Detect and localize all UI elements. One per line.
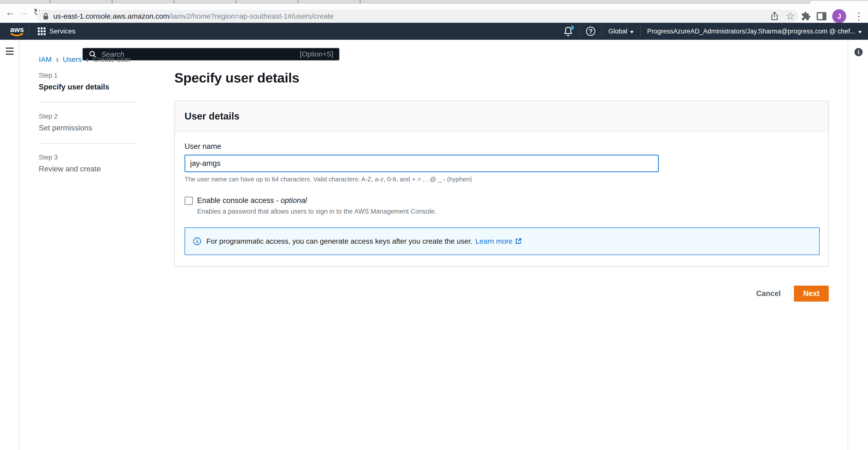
divider	[39, 102, 135, 103]
services-label: Services	[50, 27, 75, 35]
active-tab-edge	[810, 1, 868, 4]
notification-dot	[570, 25, 574, 30]
card-header-title: User details	[185, 111, 818, 122]
url-text[interactable]: us-east-1.console.aws.amazon.com/iamv2/h…	[53, 12, 334, 20]
lock-icon	[42, 12, 50, 20]
browser-toolbar: ← → ↻ us-east-1.console.aws.amazon.com/i…	[0, 4, 868, 20]
bookmark-star-icon[interactable]: ☆	[786, 11, 795, 21]
aws-logo[interactable]: aws	[9, 25, 24, 38]
username-help-text: The user name can have up to 64 characte…	[185, 175, 818, 183]
info-alert-text: For programmatic access, you can generat…	[206, 237, 472, 245]
step-3-label: Step 3	[39, 154, 135, 161]
tab-separator	[236, 0, 237, 3]
page-title: Specify user details	[175, 70, 829, 86]
services-grid-icon	[38, 27, 45, 35]
nav-divider	[579, 26, 580, 37]
tab-separator	[112, 0, 113, 3]
browser-menu-icon[interactable]: ⋮	[852, 11, 866, 21]
card-header: User details	[175, 101, 828, 132]
breadcrumb-iam[interactable]: IAM	[39, 55, 52, 63]
right-info-strip: i	[848, 40, 868, 450]
region-label: Global	[609, 28, 627, 35]
url-domain: us-east-1.console.aws.amazon.com	[53, 12, 169, 20]
wizard-actions: Cancel Next	[175, 286, 829, 302]
tab-separator	[174, 0, 175, 3]
search-shortcut: [Option+S]	[300, 50, 333, 58]
step-3[interactable]: Step 3 Review and create	[39, 154, 135, 173]
info-icon: i	[193, 237, 201, 245]
console-access-help-text: Enables a password that allows users to …	[197, 208, 818, 215]
chevron-down-icon: ▼	[629, 30, 635, 35]
tab-separator	[298, 0, 299, 3]
main-content: Specify user details User details User n…	[175, 70, 829, 302]
tab-separator	[360, 0, 361, 3]
url-path: /iamv2/home?region=ap-southeast-1#/users…	[169, 12, 334, 20]
step-1-title: Specify user details	[39, 83, 135, 91]
services-menu[interactable]: Services	[38, 27, 75, 35]
left-nav-strip	[0, 40, 20, 450]
chevron-right-icon: ›	[86, 54, 89, 65]
nav-divider	[640, 26, 641, 37]
breadcrumb: IAM › Users › Create user	[39, 55, 131, 63]
nav-divider	[29, 26, 29, 37]
external-link-icon	[515, 238, 522, 245]
browser-profile-avatar[interactable]: J	[832, 9, 846, 23]
account-menu[interactable]: ProgressAzureAD_Administrators/Jay.Sharm…	[647, 28, 862, 35]
console-access-label-text: Enable console access -	[197, 196, 281, 205]
step-1-label: Step 1	[39, 72, 135, 79]
notifications-button[interactable]	[563, 26, 573, 37]
aws-top-nav: aws Services Search [Option+S]	[0, 23, 868, 40]
wizard-steps-nav: Step 1 Specify user details Step 2 Set p…	[39, 72, 135, 173]
browser-tab-strip	[0, 0, 868, 4]
step-1[interactable]: Step 1 Specify user details	[39, 72, 135, 91]
address-bar[interactable]: us-east-1.console.aws.amazon.com/iamv2/h…	[37, 10, 799, 23]
step-3-title: Review and create	[39, 165, 135, 173]
region-selector[interactable]: Global▼	[609, 28, 634, 35]
cancel-button[interactable]: Cancel	[756, 289, 781, 298]
learn-more-label: Learn more	[475, 237, 513, 245]
user-details-card: User details User name The user name can…	[175, 101, 829, 267]
username-input[interactable]	[185, 155, 659, 172]
console-access-row: Enable console access - optional	[185, 196, 818, 205]
search-placeholder: Search	[101, 50, 300, 58]
chevron-down-icon: ▼	[857, 30, 863, 35]
breadcrumb-current: Create user	[93, 55, 131, 63]
breadcrumb-users[interactable]: Users	[63, 55, 82, 63]
info-panel-icon[interactable]: i	[855, 48, 863, 56]
learn-more-link[interactable]: Learn more	[475, 237, 522, 245]
card-body: User name The user name can have up to 6…	[175, 132, 828, 266]
console-access-optional: optional	[281, 196, 307, 205]
back-icon[interactable]: ←	[3, 5, 17, 19]
username-label: User name	[185, 142, 221, 150]
extensions-icon[interactable]	[801, 11, 811, 21]
next-button[interactable]: Next	[794, 286, 829, 302]
forward-icon[interactable]: →	[17, 5, 31, 19]
programmatic-access-info-alert: i For programmatic access, you can gener…	[185, 227, 819, 255]
divider	[39, 143, 135, 144]
console-access-checkbox[interactable]	[185, 197, 193, 205]
share-icon[interactable]	[770, 11, 779, 21]
nav-divider	[601, 26, 602, 37]
step-2-label: Step 2	[39, 113, 135, 120]
menu-icon[interactable]	[6, 48, 13, 55]
console-access-label[interactable]: Enable console access - optional	[197, 196, 307, 205]
help-icon[interactable]: ?	[586, 27, 595, 36]
aws-console-create-user-page: ← → ↻ us-east-1.console.aws.amazon.com/i…	[0, 0, 868, 450]
side-panel-icon[interactable]	[817, 12, 826, 20]
chevron-right-icon: ›	[56, 54, 58, 65]
step-2-title: Set permissions	[39, 124, 135, 132]
svg-text:aws: aws	[10, 25, 24, 33]
account-label: ProgressAzureAD_Administrators/Jay.Sharm…	[647, 28, 856, 35]
step-2[interactable]: Step 2 Set permissions	[39, 113, 135, 132]
tab-separator	[50, 0, 51, 3]
